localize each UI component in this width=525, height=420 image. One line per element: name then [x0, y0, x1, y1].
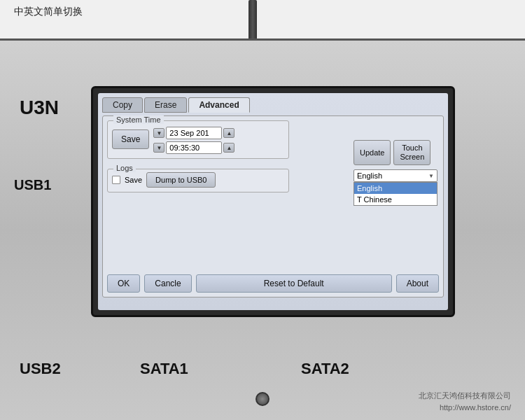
bottom-circle-button[interactable]: [255, 392, 270, 406]
logs-row: Save Dump to USB0: [112, 172, 284, 188]
dropdown-list: English T Chinese: [354, 182, 438, 206]
logs-group: Logs Save Dump to USB0: [107, 169, 289, 192]
tab-advanced[interactable]: Advanced: [188, 97, 249, 113]
watermark-line1: 北京汇天鸿佰科技有限公司: [419, 390, 511, 402]
ok-button[interactable]: OK: [107, 274, 140, 293]
touch-screen-button[interactable]: TouchScreen: [393, 140, 430, 165]
time-value: 09:35:30: [166, 141, 222, 154]
logs-save-label: Save: [125, 176, 142, 184]
save-button[interactable]: Save: [112, 130, 149, 149]
date-down-arrow[interactable]: ▼: [153, 128, 164, 138]
bottom-buttons: OK Cancle Reset to Default About: [107, 274, 439, 293]
language-dropdown[interactable]: English ▼ English T Chinese: [354, 169, 438, 182]
device-body: U3N USB1 USB2 SATA1 SATA2 Copy Erase Adv…: [0, 38, 525, 420]
dump-button[interactable]: Dump to USB0: [146, 172, 216, 188]
reset-button[interactable]: Reset to Default: [196, 274, 392, 293]
label-u3n: U3N: [20, 97, 59, 119]
right-panel: Update TouchScreen English ▼ English: [354, 140, 438, 195]
update-button[interactable]: Update: [354, 140, 391, 165]
tabs-bar: Copy Erase Advanced: [102, 97, 444, 113]
logs-label: Logs: [113, 164, 136, 172]
label-usb2: USB2: [20, 360, 61, 378]
date-value: 23 Sep 201: [166, 127, 222, 139]
language-option-tchinese[interactable]: T Chinese: [354, 194, 437, 205]
cancel-button[interactable]: Cancle: [144, 274, 191, 293]
top-right-buttons: Update TouchScreen: [354, 140, 438, 165]
time-field: ▼ 09:35:30 ▲: [153, 141, 234, 154]
label-sata1: SATA1: [140, 360, 188, 378]
time-down-arrow[interactable]: ▼: [153, 143, 164, 153]
time-up-arrow[interactable]: ▲: [223, 143, 234, 153]
system-time-group: System Time Save ▼ 23 Sep 201 ▲ ▼ 09:35: [107, 120, 289, 159]
content-area: System Time Save ▼ 23 Sep 201 ▲ ▼ 09:35: [102, 115, 444, 298]
screen: Copy Erase Advanced System Time Save ▼ 2…: [98, 93, 448, 310]
language-option-english[interactable]: English: [354, 183, 437, 194]
tab-copy[interactable]: Copy: [102, 97, 143, 113]
cable: [248, 0, 257, 42]
watermark: 北京汇天鸿佰科技有限公司 http://www.hstore.cn/: [419, 390, 511, 413]
screen-bezel: Copy Erase Advanced System Time Save ▼ 2…: [91, 86, 455, 317]
tab-erase[interactable]: Erase: [144, 97, 187, 113]
touch-screen-label: TouchScreen: [400, 144, 424, 161]
date-field: ▼ 23 Sep 201 ▲: [153, 127, 234, 139]
about-button[interactable]: About: [396, 274, 439, 293]
logs-save-checkbox[interactable]: [112, 176, 120, 184]
datetime-col: ▼ 23 Sep 201 ▲ ▼ 09:35:30 ▲: [153, 127, 234, 154]
system-time-label: System Time: [113, 115, 164, 124]
system-time-row: Save ▼ 23 Sep 201 ▲ ▼ 09:35:30 ▲: [112, 127, 284, 154]
label-sata2: SATA2: [301, 360, 349, 378]
label-usb1: USB1: [14, 177, 51, 193]
selected-language: English: [357, 172, 382, 180]
watermark-line2: http://www.hstore.cn/: [419, 402, 511, 414]
top-label: 中英文简单切换: [14, 6, 83, 18]
dropdown-arrow-icon: ▼: [428, 173, 434, 179]
dropdown-selected[interactable]: English ▼: [354, 169, 438, 182]
date-up-arrow[interactable]: ▲: [223, 128, 234, 138]
